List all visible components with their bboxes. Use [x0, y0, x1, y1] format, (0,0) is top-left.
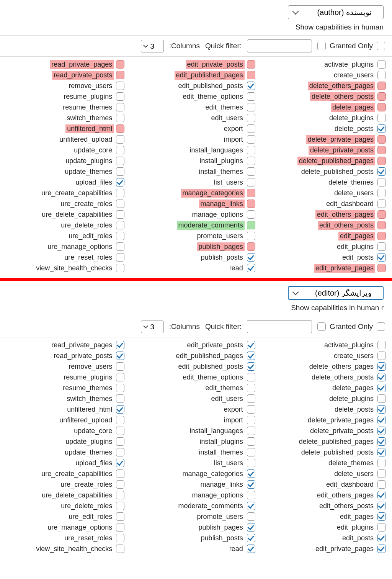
role-select[interactable]: ویرایشگر (editor)	[288, 286, 384, 300]
capability-checkbox[interactable]	[116, 124, 124, 133]
capability-checkbox[interactable]	[377, 352, 386, 360]
capability-checkbox[interactable]	[247, 103, 255, 111]
capability-label[interactable]: ure_reset_roles	[63, 253, 114, 262]
capability-checkbox[interactable]	[247, 92, 255, 101]
capability-label[interactable]: read	[228, 264, 245, 273]
capability-checkbox[interactable]	[247, 459, 255, 467]
capability-label[interactable]: edit_themes	[204, 103, 245, 112]
capability-checkbox[interactable]	[116, 502, 124, 510]
capability-checkbox[interactable]	[116, 82, 124, 90]
capability-label[interactable]: install_plugins	[198, 157, 245, 165]
capability-checkbox[interactable]	[377, 373, 386, 381]
capability-label[interactable]: manage_categories	[181, 189, 245, 198]
capability-checkbox[interactable]	[247, 448, 255, 456]
capability-label[interactable]: edit_others_posts	[318, 221, 375, 230]
capability-checkbox[interactable]	[247, 384, 255, 392]
capability-label[interactable]: upload_files	[74, 178, 114, 187]
capability-checkbox[interactable]	[377, 232, 386, 240]
capability-label[interactable]: delete_private_posts	[309, 146, 375, 155]
capability-checkbox[interactable]	[247, 210, 255, 219]
capability-label[interactable]: edit_private_pages	[314, 545, 375, 553]
capability-checkbox[interactable]	[247, 189, 255, 197]
capability-checkbox[interactable]	[377, 427, 386, 435]
capability-label[interactable]: publish_pages	[197, 242, 245, 251]
capability-checkbox[interactable]	[377, 264, 386, 272]
capability-checkbox[interactable]	[377, 157, 386, 165]
capability-checkbox[interactable]	[116, 167, 124, 176]
capability-checkbox[interactable]	[116, 264, 124, 272]
capability-label[interactable]: ure_create_capabilities	[40, 189, 114, 198]
capability-checkbox[interactable]	[247, 60, 255, 69]
capability-label[interactable]: ure_edit_roles	[67, 512, 114, 521]
capability-checkbox[interactable]	[377, 523, 386, 532]
capability-checkbox[interactable]	[247, 232, 255, 240]
capability-label[interactable]: edit_pages	[338, 512, 375, 521]
capability-checkbox[interactable]	[377, 502, 386, 510]
capability-label[interactable]: update_core	[72, 427, 114, 435]
capability-checkbox[interactable]	[116, 545, 124, 553]
capability-label[interactable]: unfiltered_html	[65, 405, 114, 414]
capability-checkbox[interactable]	[377, 437, 386, 446]
granted-only-checkbox-outer[interactable]	[377, 42, 385, 50]
capability-label[interactable]: promote_users	[196, 512, 245, 521]
capability-checkbox[interactable]	[116, 210, 124, 219]
capability-label[interactable]: ure_delete_roles	[59, 221, 114, 230]
capability-label[interactable]: edit_pages	[338, 232, 375, 240]
capability-checkbox[interactable]	[247, 362, 255, 371]
capability-label[interactable]: install_themes	[198, 448, 245, 457]
capability-label[interactable]: edit_users	[210, 394, 245, 403]
capability-checkbox[interactable]	[247, 502, 255, 510]
capability-label[interactable]: promote_users	[196, 232, 245, 240]
capability-label[interactable]: unfiltered_upload	[58, 416, 114, 425]
capability-label[interactable]: manage_links	[199, 200, 245, 208]
capability-checkbox[interactable]	[377, 221, 386, 229]
capability-label[interactable]: delete_private_pages	[306, 416, 375, 425]
capability-checkbox[interactable]	[377, 512, 386, 521]
capability-label[interactable]: edit_posts	[341, 253, 375, 262]
capability-label[interactable]: delete_pages	[331, 103, 375, 112]
capability-label[interactable]: delete_published_posts	[300, 448, 375, 457]
capability-label[interactable]: edit_dashboard	[325, 200, 375, 208]
capability-label[interactable]: view_site_health_checks	[34, 545, 114, 553]
role-select[interactable]: نویسنده (author)	[288, 5, 384, 19]
capability-checkbox[interactable]	[377, 448, 386, 456]
capability-label[interactable]: delete_posts	[333, 124, 375, 133]
capability-checkbox[interactable]	[377, 178, 386, 186]
capability-label[interactable]: read	[228, 545, 245, 553]
capability-checkbox[interactable]	[116, 437, 124, 446]
capability-label[interactable]: remove_users	[67, 362, 114, 371]
capability-label[interactable]: update_themes	[63, 448, 114, 457]
capability-label[interactable]: export	[222, 124, 245, 133]
capability-checkbox[interactable]	[377, 92, 386, 101]
capability-checkbox[interactable]	[247, 523, 255, 532]
capability-label[interactable]: update_plugins	[64, 437, 114, 446]
capability-checkbox[interactable]	[116, 135, 124, 144]
capability-checkbox[interactable]	[116, 427, 124, 435]
capability-checkbox[interactable]	[247, 545, 255, 553]
capability-checkbox[interactable]	[116, 341, 124, 349]
capability-label[interactable]: unfiltered_html	[65, 124, 114, 133]
quick-filter-input[interactable]	[247, 39, 312, 52]
capability-label[interactable]: import	[222, 135, 245, 144]
capability-label[interactable]: read_private_posts	[52, 71, 114, 80]
capability-checkbox[interactable]	[116, 71, 124, 79]
capability-checkbox[interactable]	[377, 405, 386, 414]
granted-only-checkbox-outer[interactable]	[377, 322, 385, 331]
capability-label[interactable]: read_private_posts	[52, 352, 114, 360]
capability-label[interactable]: export	[222, 405, 245, 414]
capability-checkbox[interactable]	[377, 124, 386, 133]
capability-checkbox[interactable]	[116, 448, 124, 456]
capability-label[interactable]: delete_others_pages	[308, 362, 375, 371]
capability-checkbox[interactable]	[116, 373, 124, 381]
capability-label[interactable]: switch_themes	[65, 114, 114, 123]
capability-label[interactable]: delete_pages	[331, 384, 375, 393]
capability-label[interactable]: moderate_comments	[177, 221, 245, 230]
capability-checkbox[interactable]	[116, 469, 124, 478]
capability-label[interactable]: edit_others_pages	[315, 491, 375, 500]
capability-checkbox[interactable]	[377, 167, 386, 176]
capability-label[interactable]: install_languages	[188, 427, 245, 435]
capability-checkbox[interactable]	[247, 135, 255, 144]
capability-checkbox[interactable]	[377, 459, 386, 467]
capability-checkbox[interactable]	[247, 512, 255, 521]
capability-label[interactable]: publish_pages	[197, 523, 245, 532]
